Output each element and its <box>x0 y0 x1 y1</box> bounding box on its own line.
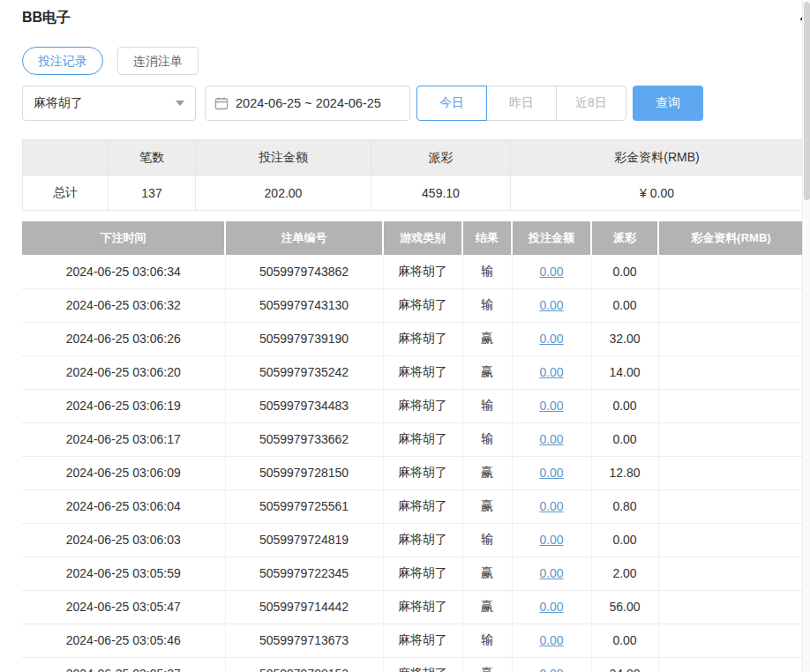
game-select[interactable]: 麻将胡了 <box>22 86 196 121</box>
order-id-cell: 5059979725561 <box>225 489 383 523</box>
bet-amount-cell: 0.00 <box>512 422 591 456</box>
bet-time-cell: 2024-06-25 03:05:59 <box>22 556 225 590</box>
game-type-cell: 麻将胡了 <box>383 422 462 456</box>
bet-time-cell: 2024-06-25 03:06:32 <box>22 288 225 322</box>
date-range-input[interactable]: 2024-06-25 ~ 2024-06-25 <box>205 86 410 121</box>
bet-amount-cell: 0.00 <box>512 355 591 389</box>
jackpot-cell <box>658 556 803 590</box>
table-row: 2024-06-25 03:06:19 5059979734483 麻将胡了 输… <box>22 389 803 422</box>
payout-cell: 0.80 <box>591 489 658 523</box>
table-row: 2024-06-25 03:06:32 5059979743130 麻将胡了 输… <box>22 288 803 322</box>
game-type-cell: 麻将胡了 <box>383 657 462 672</box>
payout-cell: 14.00 <box>591 355 658 389</box>
bet-amount-link[interactable]: 0.00 <box>539 633 563 647</box>
quick-yesterday-button[interactable]: 昨日 <box>486 86 557 121</box>
table-row: 2024-06-25 03:06:04 5059979725561 麻将胡了 赢… <box>22 489 803 523</box>
table-row: 2024-06-25 03:05:59 5059979722345 麻将胡了 赢… <box>22 556 803 590</box>
bet-amount-cell: 0.00 <box>512 389 591 422</box>
scrollbar-thumb[interactable] <box>804 2 810 200</box>
bet-amount-cell: 0.00 <box>512 657 591 672</box>
table-row: 2024-06-25 03:06:03 5059979724819 麻将胡了 输… <box>22 523 803 556</box>
quick-today-button[interactable]: 今日 <box>416 86 487 121</box>
filter-bar: 麻将胡了 2024-06-25 ~ 2024-06-25 今日 昨日 近8 <box>22 86 803 121</box>
bet-amount-link[interactable]: 0.00 <box>539 499 563 513</box>
summary-total-label: 总计 <box>23 175 109 211</box>
header-result: 结果 <box>462 221 512 255</box>
page-title: BB电子 <box>22 10 71 25</box>
game-type-cell: 麻将胡了 <box>383 456 462 489</box>
result-cell: 赢 <box>462 322 512 355</box>
order-id-cell: 5059979708153 <box>225 657 383 672</box>
bet-amount-cell: 0.00 <box>512 590 591 623</box>
result-cell: 输 <box>462 255 512 288</box>
bet-amount-link[interactable]: 0.00 <box>539 667 563 672</box>
bet-time-cell: 2024-06-25 03:06:04 <box>22 489 225 523</box>
jackpot-cell <box>658 355 803 389</box>
summary-total-row: 总计 137 202.00 459.10 ¥ 0.00 <box>23 175 804 211</box>
result-cell: 输 <box>462 288 512 322</box>
table-row: 2024-06-25 03:05:46 5059979713673 麻将胡了 输… <box>22 623 803 657</box>
result-cell: 赢 <box>462 556 512 590</box>
result-cell: 输 <box>462 523 512 556</box>
payout-cell: 12.80 <box>591 456 658 489</box>
order-id-cell: 5059979724819 <box>225 523 383 556</box>
bet-amount-link[interactable]: 0.00 <box>539 332 563 346</box>
payout-cell: 0.00 <box>591 255 658 288</box>
bet-time-cell: 2024-06-25 03:05:37 <box>22 657 225 672</box>
bet-amount-link[interactable]: 0.00 <box>539 600 563 614</box>
table-row: 2024-06-25 03:06:34 5059979743862 麻将胡了 输… <box>22 255 803 288</box>
game-type-cell: 麻将胡了 <box>383 590 462 623</box>
jackpot-cell <box>658 422 803 456</box>
payout-cell: 0.00 <box>591 422 658 456</box>
bet-amount-link[interactable]: 0.00 <box>539 298 563 312</box>
quick-last8days-button[interactable]: 近8日 <box>556 86 626 121</box>
header-order-id: 注单编号 <box>225 221 383 255</box>
search-button[interactable]: 查询 <box>633 86 703 121</box>
bet-time-cell: 2024-06-25 03:05:47 <box>22 590 225 623</box>
summary-header-blank <box>23 140 109 175</box>
date-range-value: 2024-06-25 ~ 2024-06-25 <box>236 96 381 110</box>
payout-cell: 34.80 <box>591 657 658 672</box>
order-id-cell: 5059979713673 <box>225 623 383 657</box>
order-id-cell: 5059979743862 <box>225 255 383 288</box>
bet-amount-link[interactable]: 0.00 <box>539 566 563 580</box>
bet-amount-link[interactable]: 0.00 <box>539 533 563 547</box>
jackpot-cell <box>658 288 803 322</box>
header-payout: 派彩 <box>591 221 658 255</box>
order-id-cell: 5059979728150 <box>225 456 383 489</box>
order-id-cell: 5059979743130 <box>225 288 383 322</box>
bet-amount-cell: 0.00 <box>512 255 591 288</box>
bet-amount-cell: 0.00 <box>512 288 591 322</box>
bet-amount-link[interactable]: 0.00 <box>539 265 563 279</box>
bet-amount-link[interactable]: 0.00 <box>539 432 563 446</box>
bet-amount-cell: 0.00 <box>512 489 591 523</box>
payout-cell: 0.00 <box>591 523 658 556</box>
bet-amount-link[interactable]: 0.00 <box>539 466 563 480</box>
panel-header: BB电子 <box>22 0 803 30</box>
game-type-cell: 麻将胡了 <box>383 389 462 422</box>
summary-total-bet-amount: 202.00 <box>196 175 371 211</box>
bet-amount-link[interactable]: 0.00 <box>539 399 563 413</box>
game-type-cell: 麻将胡了 <box>383 288 462 322</box>
header-game-type: 游戏类别 <box>383 221 462 255</box>
result-cell: 赢 <box>462 456 512 489</box>
bet-amount-link[interactable]: 0.00 <box>539 365 563 379</box>
bet-time-cell: 2024-06-25 03:06:09 <box>22 456 225 489</box>
bet-time-cell: 2024-06-25 03:06:17 <box>22 422 225 456</box>
summary-header-count: 笔数 <box>109 140 196 175</box>
bet-records-panel: BB电子 投注记录 连消注单 麻将胡了 <box>0 0 810 672</box>
game-type-cell: 麻将胡了 <box>383 355 462 389</box>
jackpot-cell <box>658 523 803 556</box>
payout-cell: 56.00 <box>591 590 658 623</box>
jackpot-cell <box>658 489 803 523</box>
tab-cancelled-orders[interactable]: 连消注单 <box>117 47 199 75</box>
game-select-value: 麻将胡了 <box>34 95 83 111</box>
bet-amount-cell: 0.00 <box>512 523 591 556</box>
payout-cell: 2.00 <box>591 556 658 590</box>
bet-amount-cell: 0.00 <box>512 556 591 590</box>
result-cell: 输 <box>462 389 512 422</box>
bet-records-table: 下注时间 注单编号 游戏类别 结果 投注金额 派彩 彩金资料(RMB) 2024… <box>22 221 803 672</box>
table-row: 2024-06-25 03:06:09 5059979728150 麻将胡了 赢… <box>22 456 803 489</box>
tab-bet-records[interactable]: 投注记录 <box>22 47 103 75</box>
jackpot-cell <box>658 389 803 422</box>
